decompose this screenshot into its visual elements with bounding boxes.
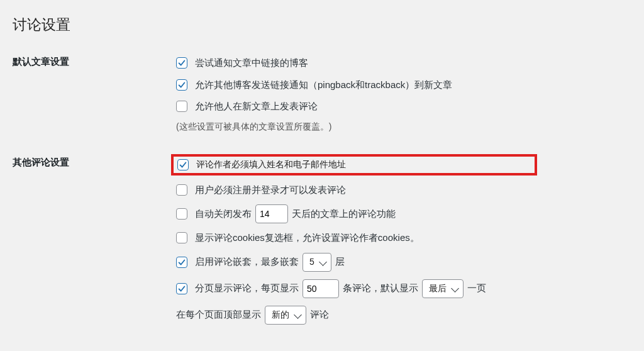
select-top-value: 新的 (272, 308, 289, 321)
checkbox-allow-pingback[interactable] (176, 79, 187, 91)
checkbox-nested[interactable] (176, 257, 187, 268)
input-paginate-perpage[interactable] (303, 279, 339, 298)
highlight-require-name-email: 评论作者必须填入姓名和电子邮件地址 (171, 154, 537, 176)
checkbox-require-name-email[interactable] (177, 159, 189, 170)
opt-paginate[interactable]: 分页显示评论，每页显示 条评论，默认显示 最后 一页 (176, 279, 631, 298)
label-allow-pingback: 允许其他博客发送链接通知（pingback和trackback）到新文章 (195, 78, 452, 92)
checkbox-must-register[interactable] (176, 184, 187, 196)
label-nested-suffix: 层 (335, 255, 345, 269)
label-allow-comments: 允许他人在新文章上发表评论 (195, 99, 318, 114)
opt-auto-close[interactable]: 自动关闭发布 天后的文章上的评论功能 (176, 204, 631, 223)
label-nested-prefix: 启用评论嵌套，最多嵌套 (195, 255, 299, 269)
label-paginate-mid: 条评论，默认显示 (343, 281, 418, 296)
checkbox-allow-comments[interactable] (176, 101, 187, 112)
checkbox-notify-linked[interactable] (176, 57, 187, 69)
label-notify-linked: 尝试通知文章中链接的博客 (195, 56, 308, 70)
opt-allow-comments[interactable]: 允许他人在新文章上发表评论 (176, 99, 631, 114)
opt-notify-linked[interactable]: 尝试通知文章中链接的博客 (176, 56, 631, 70)
select-nested-levels[interactable]: 5 (303, 253, 331, 272)
opt-show-cookies[interactable]: 显示评论cookies复选框，允许设置评论作者cookies。 (176, 231, 631, 245)
checkbox-show-cookies[interactable] (176, 232, 187, 243)
section-heading-default: 默认文章设置 (13, 50, 176, 139)
checkbox-paginate[interactable] (176, 283, 187, 294)
input-auto-close-days[interactable] (255, 204, 288, 223)
default-settings-note: (这些设置可被具体的文章设置所覆盖。) (176, 121, 631, 133)
opt-must-register[interactable]: 用户必须注册并登录才可以发表评论 (176, 183, 631, 198)
checkbox-auto-close[interactable] (176, 208, 187, 220)
select-paginate-value: 最后 (429, 282, 447, 295)
settings-table: 默认文章设置 尝试通知文章中链接的博客 允许其他博客发送链接通知（pingbac… (13, 50, 631, 336)
opt-nested[interactable]: 启用评论嵌套，最多嵌套 5 层 (176, 253, 631, 272)
select-paginate-page[interactable]: 最后 (422, 279, 464, 298)
label-paginate-suffix: 一页 (467, 281, 486, 296)
page-title: 讨论设置 (13, 15, 631, 35)
select-nested-value: 5 (309, 255, 314, 269)
label-auto-close-suffix: 天后的文章上的评论功能 (292, 207, 396, 221)
label-show-cookies: 显示评论cookies复选框，允许设置评论作者cookies。 (195, 231, 419, 245)
label-top-prefix: 在每个页面顶部显示 (176, 308, 261, 322)
opt-allow-pingback[interactable]: 允许其他博客发送链接通知（pingback和trackback）到新文章 (176, 78, 631, 92)
section-heading-other: 其他评论设置 (13, 150, 176, 336)
label-require-name-email: 评论作者必须填入姓名和电子邮件地址 (196, 159, 346, 170)
label-paginate-prefix: 分页显示评论，每页显示 (195, 281, 299, 296)
label-top-suffix: 评论 (310, 308, 329, 322)
label-auto-close-prefix: 自动关闭发布 (195, 207, 252, 221)
select-top-order[interactable]: 新的 (265, 306, 306, 325)
label-must-register: 用户必须注册并登录才可以发表评论 (195, 183, 346, 198)
opt-top-display: 在每个页面顶部显示 新的 评论 (176, 306, 631, 325)
